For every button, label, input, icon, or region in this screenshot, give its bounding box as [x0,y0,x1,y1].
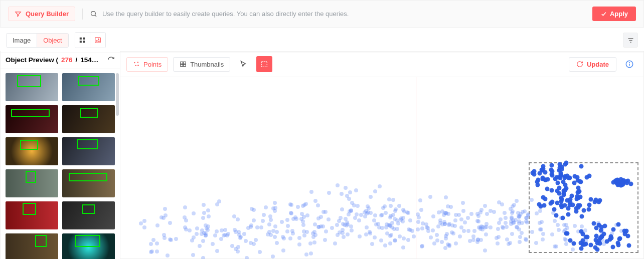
plot-point[interactable] [369,211,373,215]
plot-point[interactable] [255,225,259,229]
plot-point[interactable] [543,197,547,201]
plot-point[interactable] [408,218,412,222]
plot-point[interactable] [302,233,306,237]
plot-point[interactable] [510,232,514,236]
plot-point[interactable] [273,235,277,239]
plot-point[interactable] [598,241,602,245]
plot-point[interactable] [472,229,476,233]
plot-point[interactable] [573,224,577,228]
plot-point[interactable] [492,210,496,214]
plot-point[interactable] [611,227,615,232]
plot-point[interactable] [367,206,371,210]
update-button[interactable]: Update [569,57,616,72]
plot-point[interactable] [574,206,578,210]
plot-point[interactable] [350,201,354,205]
plot-point[interactable] [571,247,575,251]
plot-point[interactable] [550,173,554,177]
plot-point[interactable] [438,218,442,222]
plot-point[interactable] [313,233,317,237]
plot-point[interactable] [342,235,346,239]
plot-point[interactable] [406,238,410,242]
plot-point[interactable] [443,222,447,226]
plot-point[interactable] [572,241,576,245]
plot-point[interactable] [201,256,205,259]
plot-point[interactable] [495,236,499,240]
plot-point[interactable] [374,222,378,226]
plot-point[interactable] [483,204,487,208]
plot-point[interactable] [273,201,277,205]
plot-point[interactable] [453,224,457,228]
plot-point[interactable] [477,225,481,229]
plot-point[interactable] [397,204,401,208]
plot-point[interactable] [453,218,457,222]
plot-point[interactable] [166,253,170,257]
plot-point[interactable] [466,216,470,220]
plot-point[interactable] [346,232,350,236]
plot-point[interactable] [215,202,219,206]
plot-point[interactable] [426,226,430,230]
plot-point[interactable] [305,213,309,217]
plot-point[interactable] [296,205,300,209]
plot-point[interactable] [539,227,543,231]
plot-point[interactable] [357,218,361,222]
plot-point[interactable] [594,233,599,238]
plot-point[interactable] [239,235,243,239]
plot-point[interactable] [398,234,402,238]
plot-point[interactable] [202,211,206,215]
plot-point[interactable] [223,228,227,232]
plot-point[interactable] [312,240,316,244]
plot-point[interactable] [269,233,273,237]
plot-point[interactable] [557,228,561,232]
plot-point[interactable] [291,217,295,221]
box-select-tool-button[interactable] [256,56,272,72]
plot-point[interactable] [327,217,331,221]
plot-point[interactable] [327,191,331,195]
plot-point[interactable] [149,250,153,254]
plot-point[interactable] [350,228,354,232]
plot-point[interactable] [213,233,217,237]
plot-point[interactable] [288,202,292,206]
plot-point[interactable] [151,238,155,242]
plot-point[interactable] [305,230,309,234]
plot-point[interactable] [457,213,461,217]
plot-point[interactable] [515,225,519,229]
plot-point[interactable] [436,224,440,228]
plot-point[interactable] [207,214,211,218]
plot-point[interactable] [518,240,522,244]
plot-point[interactable] [550,232,554,236]
plot-point[interactable] [518,235,522,239]
plot-point[interactable] [364,232,368,236]
plot-point[interactable] [476,238,480,242]
plot-point[interactable] [341,228,345,232]
plot-point[interactable] [577,189,581,193]
plot-point[interactable] [401,245,405,249]
plot-point[interactable] [393,238,397,242]
plot-point[interactable] [626,233,630,238]
plot-point[interactable] [336,183,340,187]
plot-point[interactable] [520,231,524,235]
plot-point[interactable] [356,204,360,208]
plot-point[interactable] [485,212,489,216]
plot-point[interactable] [408,228,412,232]
plot-point[interactable] [592,221,596,226]
plot-point[interactable] [262,213,266,217]
plot-point[interactable] [535,183,540,187]
plot-point[interactable] [281,235,285,239]
plot-point[interactable] [579,229,583,234]
scatter-plot[interactable] [120,77,643,258]
plot-point[interactable] [444,195,448,199]
plot-point[interactable] [610,245,615,249]
plot-point[interactable] [168,221,172,225]
plot-point[interactable] [234,230,238,234]
plot-point[interactable] [537,202,541,206]
plot-point[interactable] [595,247,600,252]
plot-point[interactable] [578,203,582,208]
plot-point[interactable] [246,226,250,230]
plot-point[interactable] [219,237,223,241]
plot-point[interactable] [572,174,577,179]
plot-point[interactable] [369,195,373,199]
plot-point[interactable] [215,249,219,253]
plot-point[interactable] [563,183,568,187]
plot-point[interactable] [475,212,479,216]
info-button[interactable] [621,56,637,72]
